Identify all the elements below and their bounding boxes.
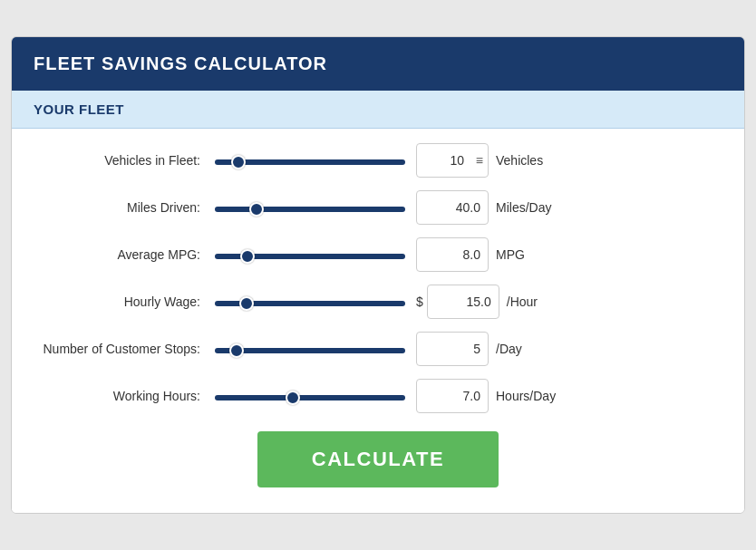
value-container-hours: Hours/Day [416,379,559,413]
slider-container-miles [215,199,405,216]
row-wage: Hourly Wage: $ /Hour [34,285,722,319]
input-miles[interactable] [416,190,489,225]
label-vehicles: Vehicles in Fleet: [34,153,215,168]
vehicles-input-wrapper: ≡ [416,143,489,178]
slider-miles[interactable] [215,207,405,212]
row-miles: Miles Driven: Miles/Day [34,190,722,225]
unit-hours: Hours/Day [496,389,559,403]
slider-mpg[interactable] [215,254,405,259]
unit-wage: /Hour [507,294,570,309]
label-miles: Miles Driven: [34,200,215,215]
wage-prefix: $ [416,294,423,309]
slider-container-mpg [215,246,405,263]
label-stops: Number of Customer Stops: [34,342,215,356]
input-vehicles[interactable] [416,143,489,178]
unit-stops: /Day [496,342,559,356]
label-wage: Hourly Wage: [34,294,215,309]
value-container-stops: /Day [416,332,559,366]
calculate-button[interactable]: CALCULATE [257,431,499,487]
unit-mpg: MPG [496,247,559,262]
slider-container-wage [215,294,405,310]
value-container-mpg: MPG [416,237,559,272]
value-container-miles: Miles/Day [416,190,559,225]
calculator-wrapper: FLEET SAVINGS CALCULATOR YOUR FLEET Vehi… [11,36,745,514]
slider-vehicles[interactable] [215,159,405,165]
input-hours[interactable] [416,379,489,413]
input-stops[interactable] [416,332,489,366]
slider-container-vehicles [215,152,405,169]
slider-hours[interactable] [215,395,405,400]
input-mpg[interactable] [416,237,489,272]
value-container-vehicles: ≡ Vehicles [416,143,559,178]
label-hours: Working Hours: [34,389,215,403]
fleet-body: Vehicles in Fleet: ≡ Vehicles Miles Driv… [12,129,744,513]
unit-vehicles: Vehicles [496,153,559,168]
row-mpg: Average MPG: MPG [34,237,722,272]
label-mpg: Average MPG: [34,247,215,262]
slider-container-hours [215,388,405,404]
row-vehicles: Vehicles in Fleet: ≡ Vehicles [34,143,722,178]
slider-wage[interactable] [215,301,405,306]
slider-stops[interactable] [215,348,405,353]
unit-miles: Miles/Day [496,200,559,215]
fleet-section: YOUR FLEET [12,91,744,129]
row-stops: Number of Customer Stops: /Day [34,332,722,366]
input-wage[interactable] [427,285,499,319]
calculate-row: CALCULATE [34,431,722,487]
slider-container-stops [215,341,405,357]
calculator-header: FLEET SAVINGS CALCULATOR [12,37,744,91]
row-hours: Working Hours: Hours/Day [34,379,722,413]
value-container-wage: $ /Hour [416,285,570,319]
calculator-title: FLEET SAVINGS CALCULATOR [34,53,327,73]
fleet-section-title: YOUR FLEET [12,91,744,128]
